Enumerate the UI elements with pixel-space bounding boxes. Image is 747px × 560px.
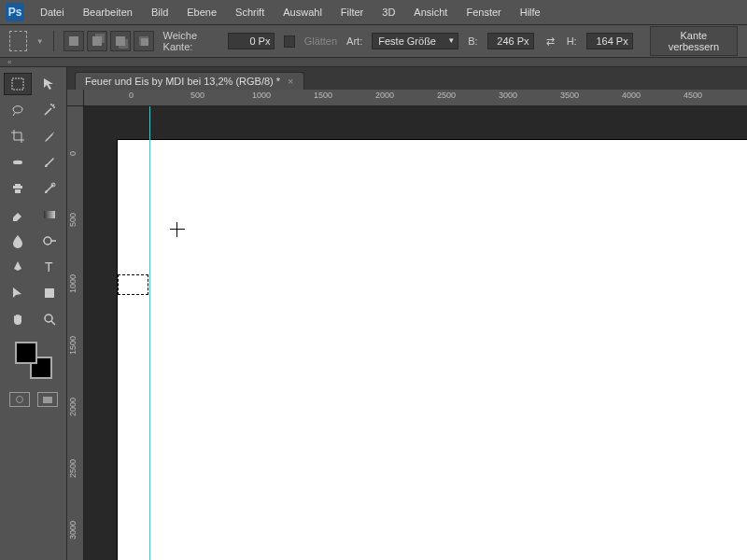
menu-hilfe[interactable]: Hilfe [512, 3, 549, 21]
ruler-h-label: 500 [190, 91, 204, 100]
current-tool-icon[interactable] [9, 31, 27, 51]
width-input[interactable] [487, 33, 534, 49]
svg-rect-3 [44, 211, 55, 218]
quick-mask-mode-icon[interactable] [9, 392, 30, 407]
ruler-v-label: 1000 [68, 274, 78, 293]
lasso-tool[interactable] [4, 99, 32, 121]
app-logo: Ps [6, 3, 24, 21]
width-label: B: [468, 35, 477, 47]
ruler-h-label: 1500 [314, 91, 332, 100]
menu-ebene[interactable]: Ebene [178, 3, 225, 21]
document-area: Feuer und Eis by MDI bei 13,2% (RGB/8) *… [67, 67, 747, 560]
menu-fenster[interactable]: Fenster [458, 3, 509, 21]
vertical-ruler[interactable]: 0 500 1000 1500 2000 2500 3000 [67, 106, 84, 560]
ruler-origin[interactable] [67, 90, 84, 106]
menu-bild[interactable]: Bild [143, 3, 176, 21]
ruler-v-label: 3000 [68, 521, 78, 539]
ruler-v-label: 2000 [68, 398, 78, 416]
selection-new-icon[interactable] [63, 31, 84, 51]
height-input[interactable] [586, 33, 633, 49]
ruler-v-label: 1500 [68, 336, 78, 355]
svg-rect-0 [12, 78, 23, 90]
ruler-h-label: 3500 [560, 91, 579, 100]
pen-tool[interactable] [4, 256, 32, 278]
brush-tool[interactable] [35, 151, 63, 174]
ruler-v-label: 500 [68, 213, 78, 227]
ruler-h-label: 2000 [375, 91, 394, 100]
history-brush-tool[interactable] [35, 177, 63, 200]
menu-bearbeiten[interactable]: Bearbeiten [75, 3, 141, 21]
style-select[interactable]: Feste Größe [372, 33, 458, 49]
canvas-viewport[interactable] [84, 106, 747, 560]
swap-dimensions-icon[interactable]: ⇄ [543, 33, 557, 49]
style-label: Art: [346, 35, 362, 47]
document-tab-strip: Feuer und Eis by MDI bei 13,2% (RGB/8) *… [67, 67, 747, 90]
refine-edge-button[interactable]: Kante verbessern [650, 26, 738, 56]
marquee-selection [118, 274, 148, 295]
type-tool[interactable]: T [35, 256, 63, 278]
ruler-h-label: 1000 [252, 91, 271, 100]
move-tool[interactable] [35, 73, 63, 95]
eraser-tool[interactable] [4, 203, 32, 226]
menu-bar: Ps Datei Bearbeiten Bild Ebene Schrift A… [0, 0, 747, 24]
ruler-h-label: 4000 [622, 91, 641, 100]
zoom-tool[interactable] [35, 308, 63, 330]
menu-datei[interactable]: Datei [32, 3, 73, 21]
collapse-bar[interactable]: « [0, 58, 747, 67]
selection-mode-group [63, 31, 154, 51]
blur-tool[interactable] [4, 230, 32, 252]
screen-mode-icon[interactable] [37, 392, 58, 407]
document-tab-title: Feuer und Eis by MDI bei 13,2% (RGB/8) * [85, 76, 280, 87]
ruler-h-label: 0 [129, 91, 134, 100]
selection-intersect-icon[interactable] [134, 31, 154, 51]
antialias-label: Glätten [304, 35, 337, 47]
clone-stamp-tool[interactable] [4, 177, 32, 200]
feather-input[interactable] [228, 33, 275, 49]
crop-tool[interactable] [4, 125, 32, 147]
color-swatches[interactable] [15, 342, 52, 379]
selection-add-icon[interactable] [87, 31, 107, 51]
close-tab-icon[interactable]: × [288, 76, 293, 87]
selection-subtract-icon[interactable] [110, 31, 131, 51]
eyedropper-tool[interactable] [35, 125, 63, 147]
menu-3d[interactable]: 3D [374, 3, 403, 21]
svg-rect-1 [13, 161, 22, 164]
shape-tool[interactable] [35, 282, 63, 304]
svg-point-7 [45, 315, 52, 322]
hand-tool[interactable] [4, 308, 32, 330]
ruler-h-label: 3000 [499, 91, 517, 100]
ruler-h-label: 2500 [437, 91, 456, 100]
menu-filter[interactable]: Filter [332, 3, 372, 21]
ruler-v-label: 2500 [68, 459, 78, 478]
marquee-tool[interactable] [4, 73, 32, 95]
tool-preset-dropdown-icon[interactable]: ▼ [36, 37, 44, 46]
cursor-crosshair-icon [170, 222, 185, 237]
ruler-h-label: 4500 [684, 91, 702, 100]
ruler-v-label: 0 [68, 151, 78, 156]
feather-label: Weiche Kante: [163, 30, 219, 52]
document-canvas[interactable] [118, 140, 747, 560]
options-bar: ▼ Weiche Kante: Glätten Art: Feste Größe… [0, 24, 747, 58]
magic-wand-tool[interactable] [35, 99, 63, 121]
svg-point-4 [44, 237, 51, 245]
dodge-tool[interactable] [35, 230, 63, 252]
document-tab[interactable]: Feuer und Eis by MDI bei 13,2% (RGB/8) *… [75, 72, 304, 90]
gradient-tool[interactable] [35, 203, 63, 226]
height-label: H: [567, 35, 577, 47]
foreground-color-swatch[interactable] [15, 342, 37, 364]
path-selection-tool[interactable] [4, 282, 32, 304]
svg-text:T: T [45, 259, 53, 274]
menu-ansicht[interactable]: Ansicht [405, 3, 456, 21]
menu-schrift[interactable]: Schrift [227, 3, 273, 21]
menu-auswahl[interactable]: Auswahl [275, 3, 331, 21]
tools-panel: T [0, 67, 67, 560]
svg-rect-6 [45, 288, 54, 298]
healing-brush-tool[interactable] [4, 151, 32, 174]
vertical-guide[interactable] [149, 106, 150, 560]
antialias-checkbox [284, 35, 294, 48]
horizontal-ruler[interactable]: 0 500 1000 1500 2000 2500 3000 3500 4000… [84, 90, 747, 106]
